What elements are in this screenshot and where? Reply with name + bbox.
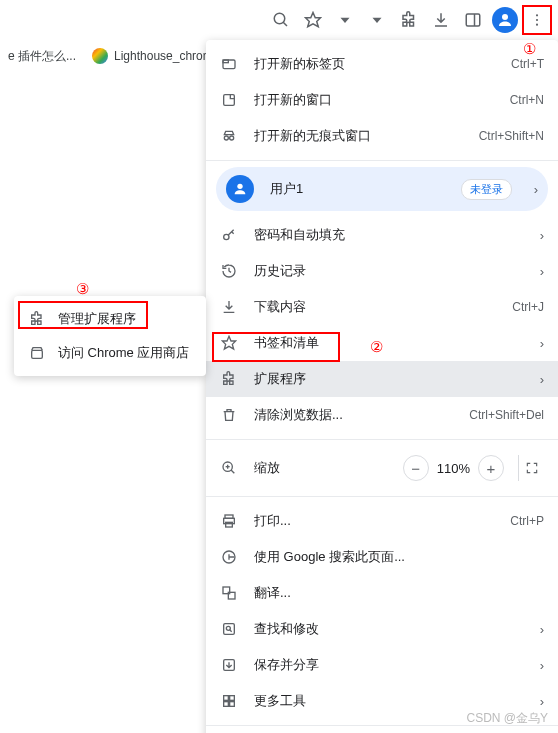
submenu-label: 访问 Chrome 应用商店 xyxy=(58,344,189,362)
tools-icon xyxy=(220,693,238,709)
divider xyxy=(206,496,558,497)
caret-down-icon[interactable] xyxy=(330,5,360,35)
svg-rect-39 xyxy=(32,350,43,358)
bookmark-label: e 插件怎么... xyxy=(8,48,76,65)
watermark: CSDN @金乌Y xyxy=(466,710,548,727)
bookmark-item[interactable]: Lighthouse_chrom xyxy=(92,48,213,64)
svg-point-9 xyxy=(536,19,538,21)
more-options-button[interactable] xyxy=(522,5,552,35)
menu-find-edit[interactable]: 查找和修改 › xyxy=(206,611,558,647)
bookmark-item[interactable]: e 插件怎么... xyxy=(8,48,76,65)
menu-search-page[interactable]: 使用 Google 搜索此页面... xyxy=(206,539,558,575)
chevron-right-icon: › xyxy=(540,264,544,279)
shortcut: Ctrl+P xyxy=(510,514,544,528)
bookmark-label: Lighthouse_chrom xyxy=(114,49,213,63)
save-icon xyxy=(220,657,238,673)
find-icon xyxy=(220,621,238,637)
svg-rect-29 xyxy=(224,624,235,635)
menu-label: 打开新的标签页 xyxy=(254,55,495,73)
svg-point-17 xyxy=(224,234,229,239)
menu-label: 打开新的无痕式窗口 xyxy=(254,127,463,145)
menu-extensions[interactable]: 扩展程序 › xyxy=(206,361,558,397)
divider xyxy=(206,439,558,440)
google-icon xyxy=(220,549,238,565)
shortcut: Ctrl+J xyxy=(512,300,544,314)
svg-marker-4 xyxy=(373,18,382,23)
download-icon[interactable] xyxy=(426,5,456,35)
menu-label: 密码和自动填充 xyxy=(254,226,524,244)
search-icon[interactable] xyxy=(266,5,296,35)
menu-save-share[interactable]: 保存并分享 › xyxy=(206,647,558,683)
menu-print[interactable]: 打印... Ctrl+P xyxy=(206,503,558,539)
shortcut: Ctrl+N xyxy=(510,93,544,107)
svg-point-8 xyxy=(536,14,538,16)
menu-user-profile[interactable]: 用户1 未登录 › xyxy=(216,167,548,211)
annotation-box-submenu xyxy=(18,301,148,329)
divider xyxy=(206,160,558,161)
menu-label: 清除浏览数据... xyxy=(254,406,453,424)
menu-label: 保存并分享 xyxy=(254,656,524,674)
chrome-menu: 打开新的标签页 Ctrl+T 打开新的窗口 Ctrl+N 打开新的无痕式窗口 C… xyxy=(206,40,558,733)
chevron-right-icon: › xyxy=(534,182,538,197)
chevron-right-icon: › xyxy=(540,622,544,637)
profile-avatar[interactable] xyxy=(490,5,520,35)
svg-rect-13 xyxy=(224,95,235,106)
menu-label: 用户1 xyxy=(270,180,445,198)
menu-downloads[interactable]: 下载内容 Ctrl+J xyxy=(206,289,558,325)
svg-point-10 xyxy=(536,24,538,26)
menu-label: 扩展程序 xyxy=(254,370,524,388)
incognito-icon xyxy=(220,128,238,144)
star-icon[interactable] xyxy=(298,5,328,35)
svg-point-7 xyxy=(502,14,508,20)
menu-incognito[interactable]: 打开新的无痕式窗口 Ctrl+Shift+N xyxy=(206,118,558,154)
chevron-right-icon: › xyxy=(540,372,544,387)
menu-zoom: 缩放 − 110% + xyxy=(206,446,558,490)
fullscreen-button[interactable] xyxy=(518,455,544,481)
svg-rect-5 xyxy=(466,14,480,26)
history-icon xyxy=(220,263,238,279)
svg-rect-36 xyxy=(230,702,235,707)
menu-label: 使用 Google 搜索此页面... xyxy=(254,548,544,566)
menu-label: 下载内容 xyxy=(254,298,496,316)
svg-point-14 xyxy=(224,136,228,140)
login-status-badge: 未登录 xyxy=(461,179,512,200)
menu-new-window[interactable]: 打开新的窗口 Ctrl+N xyxy=(206,82,558,118)
menu-label: 翻译... xyxy=(254,584,544,602)
print-icon xyxy=(220,513,238,529)
svg-line-1 xyxy=(283,22,287,26)
shortcut: Ctrl+T xyxy=(511,57,544,71)
user-avatar-icon xyxy=(226,175,254,203)
svg-rect-35 xyxy=(224,702,229,707)
svg-line-20 xyxy=(231,470,234,473)
zoom-in-button[interactable]: + xyxy=(478,455,504,481)
caret-down-icon[interactable] xyxy=(362,5,392,35)
chevron-right-icon: › xyxy=(540,228,544,243)
favicon-icon xyxy=(92,48,108,64)
extensions-icon xyxy=(220,371,238,387)
chevron-right-icon: › xyxy=(540,658,544,673)
annotation-1: ① xyxy=(523,40,536,58)
menu-clear-data[interactable]: 清除浏览数据... Ctrl+Shift+Del xyxy=(206,397,558,433)
svg-point-16 xyxy=(237,184,242,189)
chevron-right-icon: › xyxy=(540,336,544,351)
svg-point-15 xyxy=(230,136,234,140)
menu-passwords[interactable]: 密码和自动填充 › xyxy=(206,217,558,253)
svg-rect-12 xyxy=(223,60,228,63)
menu-new-tab[interactable]: 打开新的标签页 Ctrl+T xyxy=(206,46,558,82)
svg-point-0 xyxy=(274,13,285,24)
extensions-icon[interactable] xyxy=(394,5,424,35)
annotation-2: ② xyxy=(370,338,383,356)
translate-icon xyxy=(220,585,238,601)
menu-translate[interactable]: 翻译... xyxy=(206,575,558,611)
zoom-out-button[interactable]: − xyxy=(403,455,429,481)
sidepanel-icon[interactable] xyxy=(458,5,488,35)
menu-label: 打开新的窗口 xyxy=(254,91,494,109)
submenu-chrome-webstore[interactable]: 访问 Chrome 应用商店 xyxy=(14,336,206,370)
menu-label: 打印... xyxy=(254,512,494,530)
menu-label: 历史记录 xyxy=(254,262,524,280)
svg-rect-33 xyxy=(224,696,229,701)
download-icon xyxy=(220,299,238,315)
menu-label: 查找和修改 xyxy=(254,620,524,638)
menu-history[interactable]: 历史记录 › xyxy=(206,253,558,289)
zoom-percentage: 110% xyxy=(437,461,470,476)
